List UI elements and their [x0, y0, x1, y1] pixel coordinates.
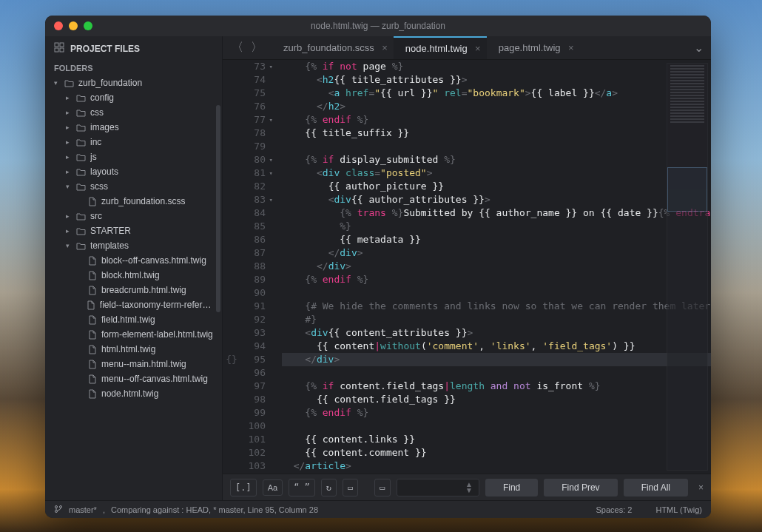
code-line[interactable]: {% endif %}	[282, 113, 711, 127]
code-line[interactable]: <div{{ author_attributes }}>	[282, 193, 711, 206]
line-number[interactable]: 95	[240, 353, 266, 366]
line-number[interactable]: 87	[240, 246, 266, 260]
code-line[interactable]: <a href="{{ url }}" rel="bookmark">{{ la…	[282, 87, 711, 100]
tree-file[interactable]: block.html.twig	[45, 268, 222, 283]
find-case-toggle[interactable]: Aa	[263, 479, 283, 496]
tree-file[interactable]: menu--off-canvas.html.twig	[45, 371, 222, 386]
line-number[interactable]: 97	[240, 380, 266, 393]
disclosure-arrow-icon[interactable]: ▸	[66, 168, 72, 175]
code-line[interactable]: </div>	[282, 246, 711, 260]
tree-file[interactable]: field--taxonomy-term-reference.html.twig	[45, 297, 222, 312]
disclosure-arrow-icon[interactable]: ▸	[66, 138, 72, 146]
line-number[interactable]: 88	[240, 260, 266, 273]
code-line[interactable]	[282, 140, 711, 153]
tree-file[interactable]: breadcrumb.html.twig	[45, 283, 222, 297]
line-number[interactable]: 79	[240, 140, 266, 153]
code-line[interactable]: {{ content.links }}	[282, 433, 711, 446]
tab-close-icon[interactable]: ×	[568, 42, 574, 53]
line-number[interactable]: 82	[240, 180, 266, 193]
line-number[interactable]: 78	[240, 127, 266, 140]
find-input[interactable]: ▲▼	[397, 479, 479, 496]
code-line[interactable]: </div>	[282, 353, 711, 366]
line-number[interactable]: 76	[240, 100, 266, 113]
disclosure-arrow-icon[interactable]: ▸	[66, 124, 72, 131]
line-number[interactable]: 96	[240, 366, 266, 380]
tree-file[interactable]: zurb_foundation.scss	[45, 194, 222, 209]
git-branch-icon[interactable]	[54, 505, 63, 515]
disclosure-arrow-icon[interactable]: ▾	[66, 242, 72, 249]
nav-back-icon[interactable]: 〈	[232, 40, 243, 55]
code-line[interactable]	[282, 286, 711, 300]
code-line[interactable]: </article>	[282, 459, 711, 473]
find-prev-button[interactable]: Find Prev	[544, 479, 617, 496]
code-line[interactable]: {{ content.field_tags }}	[282, 393, 711, 406]
editor-tab[interactable]: page.html.twig×	[487, 36, 580, 59]
line-number[interactable]: 89	[240, 273, 266, 286]
code-line[interactable]: <h2{{ title_attributes }}>	[282, 73, 711, 87]
line-number[interactable]: 94	[240, 340, 266, 353]
line-number[interactable]: 73	[240, 60, 266, 73]
code-line[interactable]: {{ title_suffix }}	[282, 127, 711, 140]
code-editor[interactable]: {} 7374757677787980818283848586878889909…	[223, 60, 711, 474]
git-branch-label[interactable]: master*	[69, 505, 97, 514]
line-number[interactable]: 99	[240, 406, 266, 420]
code-line[interactable]: {{ content|without('comment', 'links', '…	[282, 340, 711, 353]
tree-folder[interactable]: ▸images	[45, 120, 222, 135]
line-number[interactable]: 84	[240, 206, 266, 220]
line-number[interactable]: 81	[240, 166, 266, 180]
find-regex-toggle[interactable]: [.]	[230, 479, 257, 496]
disclosure-arrow-icon[interactable]: ▸	[66, 212, 72, 220]
code-line[interactable]: {{ author_picture }}	[282, 180, 711, 193]
code-line[interactable]: {% if content.field_tags|length and not …	[282, 380, 711, 393]
line-number[interactable]: 86	[240, 233, 266, 246]
code-line[interactable]	[282, 420, 711, 433]
tree-file[interactable]: form-element-label.html.twig	[45, 327, 222, 342]
status-text[interactable]: Comparing against : HEAD, * master, Line…	[111, 505, 318, 514]
minimap[interactable]	[667, 63, 708, 471]
disclosure-arrow-icon[interactable]: ▸	[66, 94, 72, 101]
tree-file[interactable]: field.html.twig	[45, 312, 222, 327]
disclosure-arrow-icon[interactable]: ▸	[66, 109, 72, 116]
line-number[interactable]: 100	[240, 420, 266, 433]
find-highlight-toggle[interactable]: ▭	[374, 479, 390, 496]
line-number[interactable]: 93	[240, 326, 266, 340]
line-number-gutter[interactable]: 7374757677787980818283848586878889909192…	[240, 60, 272, 474]
code-line[interactable]: {{ content.comment }}	[282, 446, 711, 459]
line-number[interactable]: 75	[240, 87, 266, 100]
titlebar[interactable]: node.html.twig — zurb_foundation	[45, 16, 711, 36]
code-line[interactable]: {% if not page %}	[282, 60, 711, 73]
code-content[interactable]: {% if not page %} <h2{{ title_attributes…	[272, 60, 711, 474]
line-number[interactable]: 91	[240, 300, 266, 313]
tree-file[interactable]: node.html.twig	[45, 386, 222, 401]
code-line[interactable]	[282, 366, 711, 380]
editor-tab[interactable]: zurb_foundation.scss×	[272, 36, 394, 59]
find-all-button[interactable]: Find All	[624, 479, 688, 496]
line-number[interactable]: 85	[240, 220, 266, 233]
tree-file[interactable]: block--off-canvas.html.twig	[45, 253, 222, 268]
indent-status[interactable]: Spaces: 2	[596, 505, 633, 514]
tree-folder[interactable]: ▸inc	[45, 135, 222, 149]
sidebar-header[interactable]: PROJECT FILES	[45, 36, 222, 61]
tab-close-icon[interactable]: ×	[475, 43, 481, 54]
code-line[interactable]: {# We hide the comments and links now so…	[282, 300, 711, 313]
find-word-toggle[interactable]: “ ”	[289, 479, 315, 496]
tree-folder[interactable]: ▸STARTER	[45, 223, 222, 238]
tab-overflow-button[interactable]: ⌄	[687, 36, 711, 59]
disclosure-arrow-icon[interactable]: ▸	[66, 153, 72, 161]
code-line[interactable]: {% endif %}	[282, 406, 711, 420]
code-line[interactable]: </h2>	[282, 100, 711, 113]
disclosure-arrow-icon[interactable]: ▾	[66, 183, 72, 190]
code-line[interactable]: </div>	[282, 260, 711, 273]
line-number[interactable]: 92	[240, 313, 266, 326]
editor-tab[interactable]: node.html.twig×	[394, 36, 487, 59]
line-number[interactable]: 83	[240, 193, 266, 206]
tab-close-icon[interactable]: ×	[382, 42, 388, 53]
line-number[interactable]: 101	[240, 433, 266, 446]
disclosure-arrow-icon[interactable]: ▸	[66, 227, 72, 235]
code-line[interactable]: {% endif %}	[282, 273, 711, 286]
sidebar-scrollbar-thumb[interactable]	[216, 105, 220, 312]
code-line[interactable]: {{ metadata }}	[282, 233, 711, 246]
tree-folder[interactable]: ▸src	[45, 209, 222, 223]
tree-folder[interactable]: ▾templates	[45, 238, 222, 253]
tree-folder[interactable]: ▸layouts	[45, 164, 222, 179]
